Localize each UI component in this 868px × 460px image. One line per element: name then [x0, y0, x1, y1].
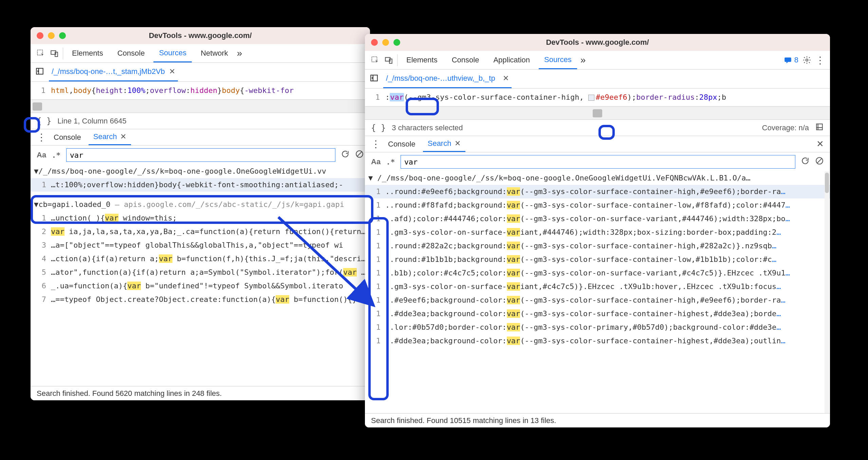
result-row[interactable]: 1..round:#e9eef6;background:var(--gm3-sy…: [365, 185, 830, 198]
result-row[interactable]: 1..round:#f8fafd;background:var(--gm3-sy…: [365, 198, 830, 212]
inspect-icon[interactable]: [370, 55, 380, 65]
minimap[interactable]: [365, 106, 830, 120]
inspect-icon[interactable]: [36, 48, 46, 58]
color-swatch-icon[interactable]: [588, 95, 594, 101]
match-case-toggle[interactable]: Aa: [37, 151, 46, 159]
result-row[interactable]: 1..#dde3ea;background-color:var(--gm3-sy…: [365, 334, 830, 348]
file-tab[interactable]: /_/mss/boq-one-…t,_stam,jMb2Vb ✕: [49, 63, 178, 81]
minimap-thumb[interactable]: [593, 109, 602, 117]
search-results[interactable]: ▼/_/mss/boq-one-google/_/ss/k=boq-one-go…: [31, 165, 370, 386]
traffic-lights: [37, 32, 66, 39]
more-tabs-icon[interactable]: »: [237, 48, 242, 59]
drawer-tab-search[interactable]: Search ✕: [89, 129, 131, 145]
result-row[interactable]: 6_.ua=function(a){var b="undefined"!=typ…: [31, 279, 370, 293]
result-row[interactable]: 7…==typeof Object.create?Object.create:f…: [31, 293, 370, 306]
tab-console[interactable]: Console: [112, 44, 150, 62]
drawer-menu-icon[interactable]: ⋮: [37, 132, 46, 143]
result-row[interactable]: 1..#dde3ea;background-color:var(--gm3-sy…: [365, 307, 830, 321]
search-footer: Search finished. Found 10515 matching li…: [365, 413, 830, 427]
result-row[interactable]: 1..b1b);color:#c4c7c5;color:var(--gm3-sy…: [365, 266, 830, 280]
result-group-header[interactable]: ▼/_/mss/boq-one-google/_/ss/k=boq-one-go…: [31, 165, 370, 178]
tab-sources[interactable]: Sources: [539, 51, 577, 69]
tab-elements[interactable]: Elements: [401, 51, 443, 69]
svg-rect-3: [36, 68, 43, 74]
clear-icon[interactable]: [355, 150, 364, 161]
result-text: ..gm3-sys-color-on-surface-variant,#4447…: [385, 226, 781, 239]
result-group-header[interactable]: ▼ /_/mss/boq-one-google/_/ss/k=boq-one-g…: [365, 171, 830, 185]
zoom-window-button[interactable]: [393, 39, 400, 46]
regex-toggle[interactable]: .*: [52, 151, 61, 159]
drawer-tab-console[interactable]: Console: [383, 136, 420, 152]
more-tabs-icon[interactable]: »: [580, 55, 586, 65]
minimap-thumb[interactable]: [33, 102, 42, 111]
result-row[interactable]: 4…ction(a){if(a)return a;var b=function(…: [31, 252, 370, 266]
result-row[interactable]: 1…unction(_){var window=this;: [31, 211, 370, 225]
result-row[interactable]: 1..round:#282a2c;background:var(--gm3-sy…: [365, 239, 830, 253]
code-editor[interactable]: 1 :var(--gm3-sys-color-surface-container…: [365, 89, 830, 106]
clear-icon[interactable]: [815, 156, 824, 168]
match-case-toggle[interactable]: Aa: [371, 157, 381, 166]
tab-elements[interactable]: Elements: [67, 44, 109, 62]
navigator-toggle-icon[interactable]: [370, 74, 378, 84]
search-results[interactable]: ▼ /_/mss/boq-one-google/_/ss/k=boq-one-g…: [365, 171, 830, 413]
result-row[interactable]: 1..afd);color:#444746;color:var(--gm3-sy…: [365, 212, 830, 226]
file-tab[interactable]: /_/mss/boq-one-…uthview,_b,_tp ✕: [383, 70, 512, 88]
pretty-print-icon[interactable]: { }: [37, 116, 51, 126]
result-text: ..b1b);color:#c4c7c5;color:var(--gm3-sys…: [385, 266, 790, 280]
close-drawer-tab-icon[interactable]: ✕: [455, 139, 461, 148]
main-menu-icon[interactable]: ⋮: [815, 55, 825, 66]
result-row[interactable]: 1..#e9eef6;background-color:var(--gm3-sy…: [365, 293, 830, 307]
zoom-window-button[interactable]: [59, 32, 66, 39]
window-title: DevTools - www.google.com/: [31, 31, 370, 40]
coverage-reload-icon[interactable]: [815, 122, 824, 133]
search-input[interactable]: [66, 148, 335, 162]
close-drawer-tab-icon[interactable]: ✕: [120, 132, 126, 141]
result-row[interactable]: 1 …t:100%;overflow:hidden}body{-webkit-f…: [31, 178, 370, 192]
regex-toggle[interactable]: .*: [386, 158, 395, 166]
pretty-print-icon[interactable]: { }: [371, 123, 386, 133]
scrollbar[interactable]: [825, 171, 829, 413]
drawer-tab-console[interactable]: Console: [49, 129, 86, 145]
minimize-window-button[interactable]: [382, 39, 389, 46]
code-editor[interactable]: 1 html,body{height:100%;overflow:hidden}…: [31, 82, 370, 99]
drawer-menu-icon[interactable]: ⋮: [371, 138, 381, 150]
result-row[interactable]: 1..gm3-sys-color-on-surface-variant,#c4c…: [365, 280, 830, 293]
scrollbar-thumb[interactable]: [825, 173, 829, 193]
result-row[interactable]: 2var ia,ja,la,sa,ta,xa,ya,Ba;_.ca=functi…: [31, 225, 370, 238]
search-input[interactable]: [401, 155, 795, 169]
drawer-tab-search[interactable]: Search ✕: [423, 136, 466, 152]
close-drawer-icon[interactable]: ✕: [816, 139, 824, 149]
tab-network[interactable]: Network: [195, 44, 234, 62]
file-tab-name: /_/mss/boq-one-…t,_stam,jMb2Vb: [52, 67, 165, 76]
svg-line-16: [817, 158, 822, 163]
result-row[interactable]: 1..round:#1b1b1b;background:var(--gm3-sy…: [365, 253, 830, 266]
tab-application[interactable]: Application: [488, 51, 535, 69]
selection-status: 3 characters selected: [392, 123, 463, 132]
close-window-button[interactable]: [37, 32, 43, 39]
result-line-no: 1: [365, 321, 385, 334]
device-toggle-icon[interactable]: [49, 48, 59, 58]
settings-icon[interactable]: [802, 55, 812, 65]
coverage-status: Coverage: n/a: [762, 123, 809, 132]
close-tab-icon[interactable]: ✕: [169, 67, 175, 76]
tab-sources[interactable]: Sources: [153, 44, 192, 62]
minimap[interactable]: [31, 99, 370, 113]
close-tab-icon[interactable]: ✕: [503, 74, 509, 83]
tab-console[interactable]: Console: [446, 51, 485, 69]
minimize-window-button[interactable]: [48, 32, 55, 39]
result-row[interactable]: 5…ator",function(a){if(a)return a;a=Symb…: [31, 266, 370, 279]
navigator-toggle-icon[interactable]: [35, 67, 44, 78]
result-text: ..round:#f8fafd;background:var(--gm3-sys…: [385, 198, 790, 212]
cursor-position: Line 1, Column 6645: [57, 117, 126, 126]
refresh-icon[interactable]: [341, 150, 350, 161]
result-row[interactable]: 3…a=["object"==typeof globalThis&&global…: [31, 238, 370, 252]
messages-badge[interactable]: 8: [783, 56, 798, 64]
device-toggle-icon[interactable]: [384, 55, 394, 65]
close-window-button[interactable]: [371, 39, 378, 46]
refresh-icon[interactable]: [801, 156, 810, 168]
result-row[interactable]: 1..gm3-sys-color-on-surface-variant,#444…: [365, 226, 830, 239]
result-row[interactable]: 1..lor:#0b57d0;border-color:var(--gm3-sy…: [365, 321, 830, 334]
svg-rect-12: [371, 75, 377, 81]
result-text: ..afd);color:#444746;color:var(--gm3-sys…: [385, 212, 790, 226]
result-group-header[interactable]: ▼cb=gapi.loaded_0 — apis.google.com/_/sc…: [31, 198, 370, 211]
